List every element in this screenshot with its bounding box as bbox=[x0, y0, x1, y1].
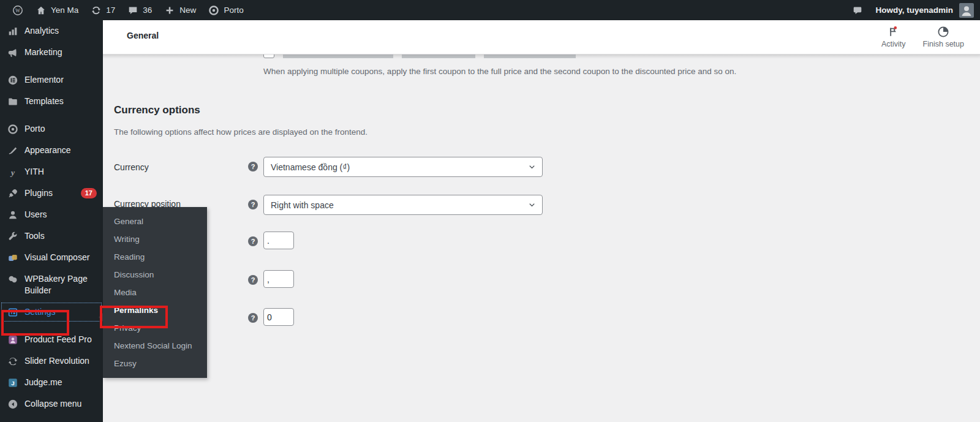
sidebar-item-product-feed-pro[interactable]: Product Feed Pro bbox=[0, 329, 103, 350]
admin-bar: WYen Ma1736NewPorto Howdy, tuyenadmin bbox=[0, 0, 980, 20]
sidebar-item-label: Elementor bbox=[24, 74, 97, 86]
clipped-text bbox=[402, 54, 475, 58]
folder-icon bbox=[7, 96, 18, 107]
avatar bbox=[959, 3, 974, 18]
adminbar-item-porto[interactable]: Porto bbox=[202, 0, 249, 20]
sidebar-item-label: Users bbox=[24, 209, 97, 220]
finish-setup-button[interactable]: Finish setup bbox=[923, 26, 964, 48]
help-icon[interactable] bbox=[248, 313, 258, 323]
sidebar-item-label: Settings bbox=[24, 306, 97, 318]
sidebar-item-collapse-menu[interactable]: Collapse menu bbox=[0, 393, 103, 415]
chevron-down-icon bbox=[527, 162, 537, 171]
svg-text:y: y bbox=[10, 168, 15, 177]
sidebar-item-label: Slider Revolution bbox=[24, 355, 97, 367]
sidebar-item-users[interactable]: Users bbox=[0, 204, 103, 225]
sidebar-item-judge-me[interactable]: JJudge.me bbox=[0, 372, 103, 393]
home-icon bbox=[36, 5, 47, 16]
section-description: The following options affect how prices … bbox=[114, 127, 368, 137]
sidebar-item-wpbakery-page-builder[interactable]: WPBakery Page Builder bbox=[0, 268, 103, 301]
submenu-item-privacy[interactable]: Privacy bbox=[103, 319, 207, 337]
sidebar-item-tools[interactable]: Tools bbox=[0, 225, 103, 247]
currency-position-select[interactable]: Right with space bbox=[263, 195, 543, 215]
help-icon[interactable] bbox=[248, 275, 258, 285]
submenu-item-media[interactable]: Media bbox=[103, 284, 207, 301]
submenu-item-reading[interactable]: Reading bbox=[103, 248, 207, 266]
adminbar-item-yen-ma[interactable]: Yen Ma bbox=[29, 0, 85, 20]
pie-progress-icon bbox=[937, 26, 949, 38]
sidebar-item-label: Tools bbox=[24, 230, 97, 242]
collapse-icon bbox=[7, 399, 18, 410]
adminbar-item-label: Porto bbox=[224, 6, 243, 15]
adminbar-item-label: 17 bbox=[106, 6, 115, 15]
checkbox[interactable] bbox=[263, 54, 274, 58]
help-icon[interactable] bbox=[248, 200, 258, 209]
settings-submenu: GeneralWritingReadingDiscussionMediaPerm… bbox=[103, 207, 207, 378]
sidebar-item-label: Appearance bbox=[24, 145, 97, 156]
sidebar-item-label: Templates bbox=[24, 96, 97, 107]
adminbar-item-wordpress-logo[interactable]: W bbox=[6, 0, 29, 20]
main-content: General Activity Finish setup When apply… bbox=[103, 20, 980, 422]
sidebar-separator bbox=[0, 323, 103, 329]
help-icon[interactable] bbox=[248, 162, 258, 171]
sidebar-item-slider-revolution[interactable]: Slider Revolution bbox=[0, 350, 103, 372]
sidebar-item-settings[interactable]: Settings bbox=[0, 301, 103, 323]
pie-progress-icon bbox=[937, 26, 949, 38]
sidebar-item-templates[interactable]: Templates bbox=[0, 91, 103, 112]
sidebar-item-label: WPBakery Page Builder bbox=[24, 273, 97, 296]
sidebar-item-elementor[interactable]: Elementor bbox=[0, 69, 103, 91]
feedback-bubble-icon bbox=[852, 5, 863, 16]
yith-icon: y bbox=[7, 167, 18, 178]
sidebar-item-visual-composer[interactable]: Visual Composer bbox=[0, 247, 103, 268]
submenu-item-writing[interactable]: Writing bbox=[103, 230, 207, 248]
sidebar-item-label: Plugins bbox=[24, 187, 75, 199]
howdy-account-menu[interactable]: Howdy, tuyenadmin bbox=[875, 6, 953, 15]
sidebar-item-porto[interactable]: Porto bbox=[0, 118, 103, 140]
clipped-text bbox=[484, 54, 576, 58]
user-icon bbox=[7, 209, 18, 220]
submenu-item-permalinks[interactable]: Permalinks bbox=[103, 301, 207, 319]
megaphone-icon bbox=[7, 47, 18, 58]
product-feed-icon bbox=[7, 334, 18, 345]
wordpress-logo: W bbox=[12, 5, 23, 16]
submenu-item-ezusy[interactable]: Ezusy bbox=[103, 355, 207, 372]
judgeme-icon: J bbox=[7, 377, 18, 388]
adminbar-item-new[interactable]: New bbox=[158, 0, 202, 20]
feedback-bubble-icon[interactable] bbox=[846, 0, 869, 20]
adminbar-item-36[interactable]: 36 bbox=[121, 0, 158, 20]
brush-icon bbox=[7, 145, 18, 156]
help-icon[interactable] bbox=[248, 236, 258, 246]
update-count-badge: 17 bbox=[81, 188, 97, 198]
currency-label: Currency bbox=[114, 162, 149, 173]
sidebar-item-marketing[interactable]: Marketing bbox=[0, 42, 103, 63]
porto-icon bbox=[208, 5, 219, 16]
porto-icon bbox=[7, 124, 18, 135]
plus-icon bbox=[164, 5, 175, 16]
comments-icon bbox=[127, 5, 138, 16]
tab-general[interactable]: General bbox=[127, 31, 159, 40]
decimal-separator-input[interactable] bbox=[263, 270, 294, 288]
wpbakery-icon bbox=[7, 274, 18, 285]
sidebar-item-label: Analytics bbox=[24, 25, 97, 37]
activity-button[interactable]: Activity bbox=[881, 26, 906, 48]
adminbar-item-17[interactable]: 17 bbox=[85, 0, 121, 20]
submenu-item-discussion[interactable]: Discussion bbox=[103, 266, 207, 284]
sidebar-item-analytics[interactable]: Analytics bbox=[0, 20, 103, 42]
thousand-separator-input[interactable] bbox=[263, 232, 294, 249]
sidebar-item-yith[interactable]: yYITH bbox=[0, 161, 103, 183]
avatar[interactable] bbox=[959, 3, 974, 18]
submenu-item-nextend-social-login[interactable]: Nextend Social Login bbox=[103, 337, 207, 355]
sidebar-item-plugins[interactable]: Plugins17 bbox=[0, 183, 103, 204]
analytics-icon bbox=[7, 26, 18, 37]
visual-composer-icon bbox=[7, 252, 18, 263]
number-of-decimals-input[interactable] bbox=[263, 308, 294, 326]
sliders-icon bbox=[7, 307, 18, 318]
woocommerce-settings-header: General Activity Finish setup bbox=[103, 20, 980, 54]
sidebar-separator bbox=[0, 112, 103, 118]
sidebar-item-appearance[interactable]: Appearance bbox=[0, 140, 103, 161]
svg-text:W: W bbox=[15, 7, 21, 13]
currency-select[interactable]: Vietnamese đồng (₫) bbox=[263, 157, 543, 177]
adminbar-item-label: New bbox=[179, 6, 196, 15]
adminbar-item-label: Yen Ma bbox=[51, 6, 78, 15]
submenu-item-general[interactable]: General bbox=[103, 213, 207, 230]
flag-icon bbox=[888, 26, 900, 38]
